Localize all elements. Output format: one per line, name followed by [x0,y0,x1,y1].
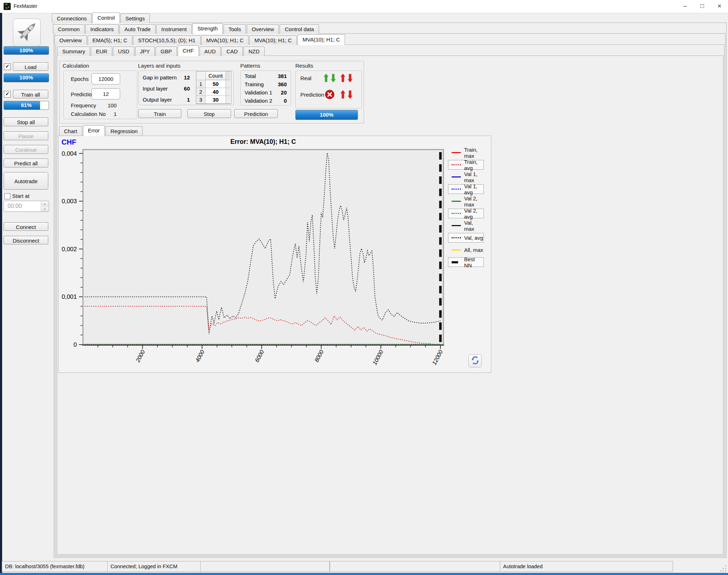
predictions-input[interactable] [92,88,120,99]
tab-regression[interactable]: Regression [105,126,143,136]
epochs-input[interactable] [92,73,120,84]
calculation-no-value: 1 [88,111,117,117]
tab-connections[interactable]: Connections [52,14,92,23]
load-button[interactable]: Load [13,62,48,71]
tab-summary[interactable]: Summary [57,47,90,56]
tab-stoch-10-5-5-d-h1[interactable]: STOCH(10,5,5); (D); H1 [133,35,201,45]
frequency-value: 100 [88,102,117,108]
tab-indicators[interactable]: Indicators [85,24,119,34]
tab-eur[interactable]: EUR [91,47,112,56]
minimize-button[interactable]: – [677,0,694,13]
legend-label: Best NN [464,256,483,268]
count-table-header[interactable]: Count [206,72,226,80]
indicator-tabs: OverviewEMA(5); H1; CSTOCH(10,5,5); (D);… [54,34,346,45]
legend-item-val-2-max[interactable]: Val 2, max [448,196,484,206]
legend-dotted-line-icon [452,237,461,238]
field-value: 60 [184,83,190,94]
legend-item-val-2-avg[interactable]: Val 2, avg [448,209,484,218]
count-table-scrollbar [226,80,230,88]
check-icon: ✓ [5,91,10,97]
load-all-progressbar: 100% [4,73,49,82]
window-left-border [0,13,2,573]
svg-text:0,004: 0,004 [62,150,77,157]
count-row-value[interactable]: 50 [206,80,226,88]
count-table: Count150240330 [196,71,231,104]
legend-item-val-1-max[interactable]: Val 1, max [448,172,484,182]
resize-grip-icon[interactable] [719,565,727,572]
close-button[interactable]: × [711,0,728,13]
legend-item-val-avg[interactable]: Val, avg [448,233,484,243]
legend-item-all-max[interactable]: All, max [448,245,484,255]
maximize-button[interactable]: □ [694,0,711,13]
refresh-chart-button[interactable] [468,354,482,367]
time-down-button[interactable]: ▼ [41,206,48,211]
fexmaster-window: FexMaster – □ × 100% ✓ Load 100% ✓ Train… [0,0,728,575]
svg-text:0,001: 0,001 [62,293,77,300]
tab-auto-trade[interactable]: Auto Trade [119,24,156,34]
svg-text:8000: 8000 [313,349,325,363]
stop-all-button[interactable]: Stop all [4,117,48,126]
load-progressbar: 100% [4,46,49,55]
tab-instrument[interactable]: Instrument [156,24,192,34]
time-up-button[interactable]: ▲ [41,201,48,206]
tab-nzd[interactable]: NZD [244,47,265,56]
stop-button[interactable]: Stop [187,109,231,118]
start-at-checkbox[interactable] [4,193,10,199]
main-tabs: ConnectionsControlSettings [52,12,151,23]
legend-item-train-max[interactable]: Train, max [448,148,484,157]
tab-ema-5-h1-c[interactable]: EMA(5); H1; C [88,35,133,45]
tab-mva-10-h1-c[interactable]: MVA(10); H1; C [249,35,297,45]
tab-cad[interactable]: CAD [221,47,243,56]
pause-button[interactable]: Pause [4,131,48,140]
tab-jpy[interactable]: JPY [135,47,155,56]
tab-tools[interactable]: Tools [223,24,246,34]
currency-tabs: SummaryEURUSDJPYGBPCHFAUDCADNZD [57,45,265,56]
tab-overview[interactable]: Overview [247,24,279,34]
results-group-label: Results [295,63,313,69]
tab-control-data[interactable]: Control data [280,24,319,34]
tab-chf[interactable]: CHF [178,45,199,56]
train-all-button[interactable]: Train all [13,90,48,98]
tab-usd[interactable]: USD [113,47,134,56]
disconnect-button[interactable]: Disconnect [4,236,48,244]
legend-label: Val, avg [464,235,483,241]
legend-item-train-avg[interactable]: Train, avg [448,160,484,170]
tab-strength[interactable]: Strength [192,23,223,34]
tab-settings[interactable]: Settings [120,14,150,23]
tab-control[interactable]: Control [92,13,119,23]
tab-overview[interactable]: Overview [54,35,87,45]
train-checkbox[interactable]: ✓ [4,91,11,98]
tab-common[interactable]: Common [53,24,85,34]
field-row-gap-in-pattern: Gap in pattern12 [143,72,190,83]
legend-item-val-1-avg[interactable]: Val 1, avg [448,184,484,194]
count-row-value[interactable]: 40 [206,88,226,96]
legend-item-val-max[interactable]: Val, max [448,221,484,230]
tab-mva-10-h1-c[interactable]: MVA(10); H1; C [297,34,345,45]
train-button[interactable]: Train [138,109,181,118]
calculation-group-label: Calculation [63,63,89,69]
tab-error[interactable]: Error [83,125,105,136]
legend-label: Val 1, max [464,171,484,183]
start-time-input[interactable] [7,203,37,210]
predict-all-button[interactable]: Predict all [4,159,48,167]
continue-button[interactable]: Continue [4,145,48,154]
patterns-group-label: Patterns [240,63,260,69]
tab-chart[interactable]: Chart [59,126,82,136]
tab-gbp[interactable]: GBP [156,47,177,56]
close-icon: × [717,2,721,10]
tab-mva-10-h1-c[interactable]: MVA(10); H1; C [201,35,249,45]
legend-item-best-nn[interactable]: Best NN [448,257,484,267]
connect-button[interactable]: Connect [4,222,48,231]
maximize-icon: □ [700,3,704,9]
field-label: Validation 1 [245,88,272,97]
count-row-value[interactable]: 30 [206,96,226,104]
legend-solid-line-icon [452,201,461,202]
tab-aud[interactable]: AUD [200,47,221,56]
count-table-scrollbar [226,72,230,80]
load-checkbox[interactable]: ✓ [4,63,11,70]
autotrade-button[interactable]: Autotrade [4,172,48,190]
chart-legend: Train, maxTrain, avgVal 1, maxVal 1, avg… [448,148,484,269]
results-progressbar: 100% [295,110,358,120]
prediction-button[interactable]: Prediction [234,109,278,118]
count-table-scrollbar [226,96,230,104]
